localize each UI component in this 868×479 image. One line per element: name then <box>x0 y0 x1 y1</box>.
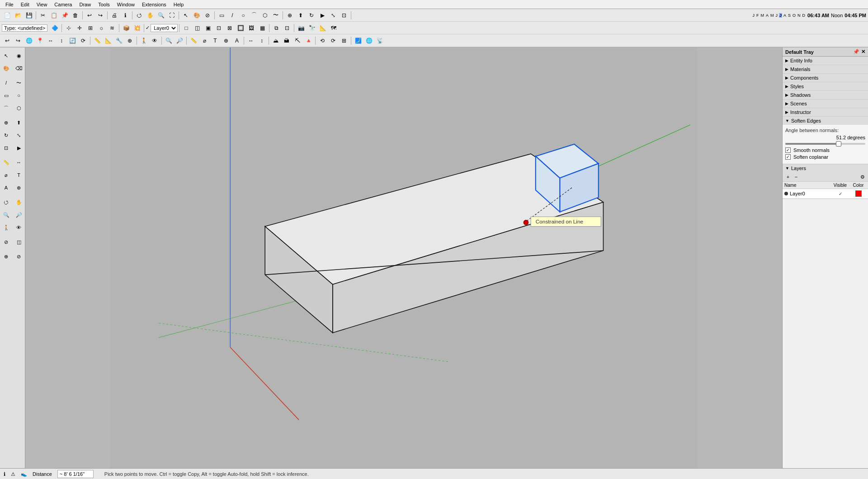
save-button[interactable]: 💾 <box>24 10 34 20</box>
print-button[interactable]: 🖨 <box>109 10 119 20</box>
open-button[interactable]: 📂 <box>13 10 23 20</box>
tool-followme[interactable]: ▶ <box>14 142 24 153</box>
styles-btn7[interactable]: 🖼 <box>246 23 256 33</box>
scale-button[interactable]: ⤡ <box>328 10 338 20</box>
tb3-btn8[interactable]: ⟳ <box>78 36 88 46</box>
tool-axes[interactable]: ⊕ <box>14 182 24 193</box>
tool-zoom[interactable]: 🔍 <box>1 209 12 220</box>
tb3-zoom2[interactable]: 🔍 <box>164 36 174 46</box>
tb3-3dtext[interactable]: A <box>232 36 242 46</box>
soften-edges-header[interactable]: ▼ Soften Edges <box>783 117 868 125</box>
tool-look[interactable]: 👁 <box>14 222 24 233</box>
smooth-normals-checkbox[interactable]: ✓ <box>785 147 791 153</box>
tb3-advanced2[interactable]: ⟳ <box>328 36 338 46</box>
tool-zoomwin[interactable]: 🔎 <box>14 209 24 220</box>
tool-orbit[interactable]: ⭯ <box>1 197 12 208</box>
new-button[interactable]: 📄 <box>2 10 12 20</box>
redo-button[interactable]: ↪ <box>95 10 105 20</box>
zoom-extents-button[interactable]: ⛶ <box>167 10 177 20</box>
eraser-button[interactable]: ⊘ <box>203 10 212 20</box>
snap-button[interactable]: ⊹ <box>64 23 74 33</box>
cut-button[interactable]: ✂ <box>38 10 48 20</box>
tool-protractor[interactable]: ⌀ <box>1 170 12 180</box>
layer-visible-0[interactable]: ✓ <box>830 191 850 196</box>
tool-polygon[interactable]: ⬡ <box>14 103 24 114</box>
menu-view[interactable]: View <box>33 1 51 8</box>
model-info-button[interactable]: ℹ <box>120 10 130 20</box>
tool-pushpull[interactable]: ⬆ <box>14 117 24 128</box>
add-layer-button[interactable]: + <box>784 173 792 180</box>
styles-btn1[interactable]: □ <box>181 23 191 33</box>
fog-button[interactable]: ≋ <box>107 23 117 33</box>
materials-header[interactable]: ▶ Materials <box>783 65 868 73</box>
menu-window[interactable]: Window <box>113 1 138 8</box>
styles-btn8[interactable]: ▦ <box>257 23 267 33</box>
info-icon[interactable]: ℹ <box>4 471 5 477</box>
rectangle-button[interactable]: ▭ <box>217 10 226 20</box>
layer-name-0[interactable]: Layer0 <box>790 191 830 196</box>
polygon-button[interactable]: ⬡ <box>260 10 270 20</box>
styles-header[interactable]: ▶ Styles <box>783 82 868 90</box>
line-button[interactable]: / <box>227 10 237 20</box>
styles-btn3[interactable]: ▣ <box>203 23 213 33</box>
tool-sectionview[interactable]: ◫ <box>14 237 24 247</box>
camera-btn3[interactable]: 📐 <box>318 23 328 33</box>
copy-button[interactable]: 📋 <box>49 10 59 20</box>
arc-button[interactable]: ⌒ <box>249 10 259 20</box>
tb3-btn2[interactable]: ↪ <box>13 36 23 46</box>
tb3-btn6[interactable]: ↕ <box>57 36 66 46</box>
tb3-walk[interactable]: 🚶 <box>139 36 149 46</box>
type-selector[interactable]: Type: <undefined> <box>2 24 47 32</box>
tool-offset[interactable]: ⊡ <box>1 142 12 153</box>
slider-thumb[interactable] <box>836 141 841 147</box>
camera-btn1[interactable]: 📷 <box>296 23 306 33</box>
tool-dim[interactable]: ↔ <box>14 157 24 168</box>
circle-button[interactable]: ○ <box>238 10 248 20</box>
styles-btn2[interactable]: ◫ <box>192 23 202 33</box>
tb3-look[interactable]: 👁 <box>150 36 160 46</box>
tb3-axes2[interactable]: ⊕ <box>221 36 231 46</box>
tb3-geo1[interactable]: 🗾 <box>353 36 363 46</box>
tool-misc1[interactable]: ⊕ <box>1 251 12 262</box>
tray-close-icon[interactable]: ✕ <box>861 49 865 55</box>
distance-value[interactable]: ~ 8' 6 1/16" <box>57 470 94 478</box>
tool-section[interactable]: ⊘ <box>1 237 12 247</box>
shadows-header[interactable]: ▶ Shadows <box>783 91 868 99</box>
orbit-button[interactable]: ⭯ <box>134 10 144 20</box>
tb3-geo3[interactable]: 📡 <box>375 36 385 46</box>
menu-edit[interactable]: Edit <box>17 1 33 8</box>
tb3-btn4[interactable]: 📍 <box>35 36 45 46</box>
explode-button[interactable]: 💥 <box>132 23 142 33</box>
tool-rotate[interactable]: ↻ <box>1 130 12 141</box>
tool-move[interactable]: ⊕ <box>1 117 12 128</box>
entity-info-header[interactable]: ▶ Entity Info <box>783 57 868 65</box>
open-component[interactable]: 📦 <box>121 23 131 33</box>
camera-btn2[interactable]: 🔭 <box>307 23 317 33</box>
tray-pushpin-icon[interactable]: 📌 <box>853 49 859 55</box>
tb3-btn11[interactable]: 🔧 <box>114 36 124 46</box>
tb3-protractor[interactable]: ⌀ <box>199 36 209 46</box>
pan-button[interactable]: ✋ <box>145 10 155 20</box>
menu-draw[interactable]: Draw <box>75 1 94 8</box>
menu-extensions[interactable]: Extensions <box>138 1 170 8</box>
rotate-button[interactable]: ↻ <box>307 10 316 20</box>
tb3-zoomsel[interactable]: 🔎 <box>175 36 184 46</box>
tool-rect[interactable]: ▭ <box>1 90 12 101</box>
tb3-btn3[interactable]: 🌐 <box>24 36 34 46</box>
undo-button[interactable]: ↩ <box>85 10 94 20</box>
remove-layer-button[interactable]: − <box>793 173 800 180</box>
tool-erase[interactable]: ⌫ <box>14 63 24 74</box>
layer-options-button[interactable]: ⚙ <box>859 173 866 180</box>
menu-help[interactable]: Help <box>170 1 188 8</box>
tb3-btn12[interactable]: ⊕ <box>125 36 135 46</box>
layer-color-0[interactable] <box>850 190 866 197</box>
erase-button[interactable]: 🗑 <box>71 10 80 20</box>
tb3-btn5[interactable]: ↔ <box>46 36 56 46</box>
tool-arc[interactable]: ⌒ <box>1 103 12 114</box>
tool-select[interactable]: ↖ <box>1 50 12 61</box>
pushpull-button[interactable]: ⬆ <box>296 10 306 20</box>
components-header[interactable]: ▶ Components <box>783 74 868 82</box>
menu-camera[interactable]: Camera <box>51 1 75 8</box>
followme-button[interactable]: ▶ <box>317 10 327 20</box>
tb3-btn10[interactable]: 📐 <box>103 36 113 46</box>
